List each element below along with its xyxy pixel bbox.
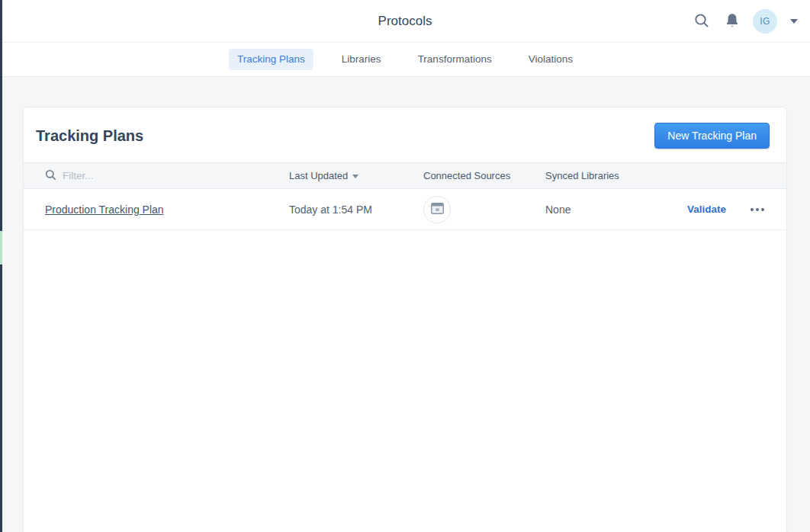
avatar[interactable]: IG xyxy=(753,9,777,34)
tab-transformations[interactable]: Transformations xyxy=(410,49,500,70)
row-actions-cell: Validate xyxy=(687,204,787,215)
filter-cell xyxy=(24,169,289,183)
column-header-connected-sources: Connected Sources xyxy=(423,170,545,181)
browser-window-source-icon xyxy=(431,203,444,216)
page-content: Tracking Plans New Tracking Plan Last Up… xyxy=(0,77,810,532)
sort-desc-icon xyxy=(352,175,358,178)
last-updated-cell: Today at 1:54 PM xyxy=(289,204,423,216)
notifications-button[interactable] xyxy=(723,11,741,33)
account-menu-button[interactable] xyxy=(789,18,799,25)
caret-down-icon xyxy=(790,19,798,24)
topbar-actions: IG xyxy=(692,0,799,43)
row-more-menu-button[interactable] xyxy=(749,205,766,214)
sidebar-green-indicator xyxy=(0,231,2,264)
synced-libraries-cell: None xyxy=(545,204,687,216)
page-title: Protocols xyxy=(0,14,810,29)
tab-libraries[interactable]: Libraries xyxy=(333,49,390,70)
tab-tracking-plans[interactable]: Tracking Plans xyxy=(229,49,313,70)
plan-name-link[interactable]: Production Tracking Plan xyxy=(45,204,164,216)
plan-name-cell: Production Tracking Plan xyxy=(24,204,289,216)
search-icon xyxy=(693,12,710,31)
top-bar: Protocols IG xyxy=(0,0,810,43)
table-row: Production Tracking Plan Today at 1:54 P… xyxy=(24,189,786,230)
filter-search-icon xyxy=(45,169,56,183)
table-header-row: Last Updated Connected Sources Synced Li… xyxy=(24,162,786,189)
validate-link[interactable]: Validate xyxy=(687,204,726,215)
column-header-last-updated[interactable]: Last Updated xyxy=(289,170,423,181)
tab-bar: Tracking Plans Libraries Transformations… xyxy=(0,43,810,77)
notifications-bell-icon xyxy=(725,12,740,31)
ellipsis-icon xyxy=(751,208,764,211)
card-header: Tracking Plans New Tracking Plan xyxy=(24,107,786,162)
tracking-plans-card: Tracking Plans New Tracking Plan Last Up… xyxy=(23,107,787,532)
tab-violations[interactable]: Violations xyxy=(520,49,581,70)
search-button[interactable] xyxy=(692,11,712,33)
filter-input[interactable] xyxy=(63,170,200,181)
card-title: Tracking Plans xyxy=(36,127,143,145)
connected-source-badge[interactable] xyxy=(423,196,451,223)
collapsed-sidebar-strip xyxy=(0,0,2,532)
new-tracking-plan-button[interactable]: New Tracking Plan xyxy=(654,123,770,149)
column-header-synced-libraries: Synced Libraries xyxy=(545,170,687,181)
connected-sources-cell xyxy=(423,196,545,223)
